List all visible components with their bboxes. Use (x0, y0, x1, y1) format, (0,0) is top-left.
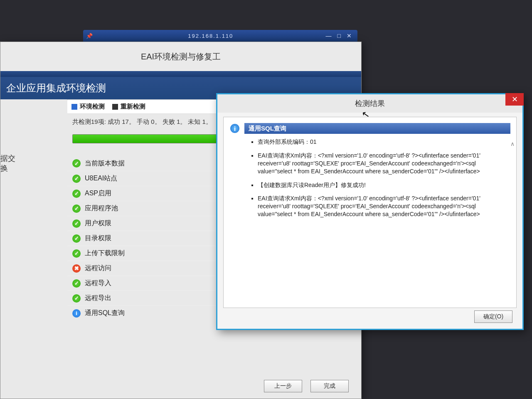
minimize-icon[interactable]: — (326, 32, 332, 39)
tab-env-check[interactable]: 环境检测 (71, 103, 105, 111)
result-line: EAI查询请求Xml内容：<?xml version='1.0' encodin… (258, 152, 500, 175)
check-icon: ✓ (72, 204, 81, 213)
check-icon: ✓ (72, 159, 81, 167)
result-line: EAI查询请求Xml内容：<?xml version='1.0' encodin… (258, 195, 500, 218)
check-icon: ✓ (72, 219, 81, 228)
decoration-bar (0, 71, 361, 77)
tab-label: 环境检测 (80, 103, 105, 111)
pin-icon[interactable]: 📌 (83, 33, 96, 39)
section-title: 通用SQL查询 (249, 125, 286, 133)
finish-button[interactable]: 完成 (310, 380, 349, 392)
sidebar-label: 据交换 (0, 153, 17, 173)
check-icon: ✓ (72, 190, 81, 198)
restore-icon[interactable]: □ (337, 32, 341, 39)
result-line: 查询外部系统编码：01 (258, 138, 500, 146)
info-icon: i (72, 309, 81, 318)
dialog-close-button[interactable]: ✕ (505, 93, 524, 106)
window-title: EAI环境检测与修复工 (0, 42, 361, 71)
prev-button[interactable]: 上一步 (264, 380, 302, 392)
check-icon: ✓ (72, 279, 81, 288)
ok-button[interactable]: 确定(O) (474, 310, 512, 323)
check-icon: ✓ (72, 234, 81, 243)
result-dialog: 检测结果 ✕ ↖ i 通用SQL查询 ∧ 查询外部系统编码：01EAI查询请求X… (216, 93, 524, 330)
scroll-up-icon[interactable]: ∧ (510, 140, 515, 147)
dialog-title: 检测结果 (355, 99, 385, 108)
tab-recheck[interactable]: 重新检测 (112, 103, 145, 111)
check-icon: ✓ (72, 249, 81, 258)
dialog-body: i 通用SQL查询 ∧ 查询外部系统编码：01EAI查询请求Xml内容：<?xm… (223, 117, 517, 308)
error-icon: ✖ (72, 264, 81, 273)
close-icon[interactable]: ✕ (347, 32, 352, 39)
tab-label: 重新检测 (121, 103, 145, 111)
square-icon (71, 104, 77, 110)
rdp-address: 192.168.1.110 (96, 33, 326, 39)
check-icon: ✓ (72, 294, 81, 303)
square-icon (112, 104, 118, 110)
check-icon: ✓ (72, 175, 81, 183)
rdp-connection-bar: 📌 192.168.1.110 — □ ✕ (83, 30, 357, 42)
desktop-area: EAI环境检测与修复工 企业应用集成环境检测 据交换 环境检测 重新检测 共检测… (0, 42, 532, 399)
result-line: 【创建数据库只读Reader用户】修复成功! (258, 181, 500, 189)
info-icon: i (230, 124, 239, 133)
